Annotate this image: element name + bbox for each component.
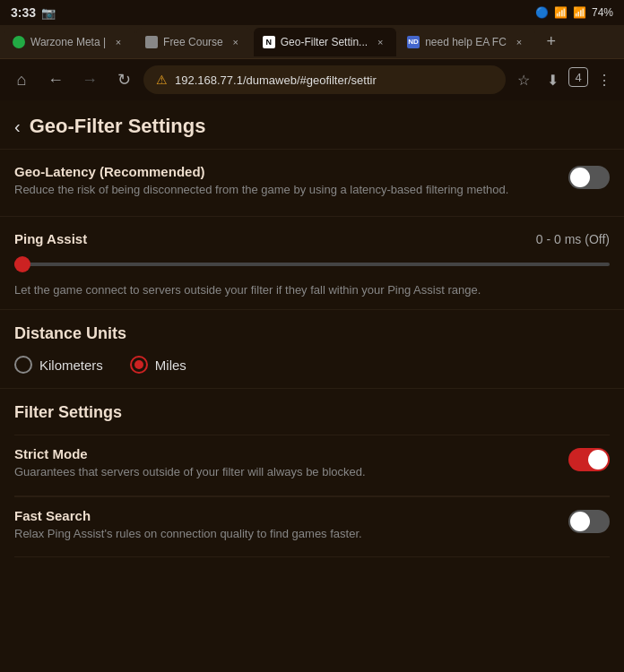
geo-latency-toggle-knob: [570, 168, 590, 187]
filter-settings-section: Filter Settings Strict Mode Guarantees t…: [0, 389, 624, 556]
strict-mode-desc: Guarantees that servers outside of your …: [14, 464, 558, 480]
ping-assist-value: 0 - 0 ms (Off): [536, 232, 610, 246]
strict-mode-info: Strict Mode Guarantees that servers outs…: [14, 446, 558, 480]
freecourse-favicon: [145, 36, 158, 48]
strict-mode-title: Strict Mode: [14, 446, 558, 461]
ping-assist-desc: Let the game connect to servers outside …: [14, 282, 610, 298]
refresh-button[interactable]: ↻: [109, 65, 138, 94]
fast-search-toggle[interactable]: [568, 510, 610, 533]
tab-count-label: 4: [575, 71, 581, 84]
address-bar: ⌂ ← → ↻ ⚠ 192.168.77.1/dumaweb/#geofilte…: [0, 59, 624, 100]
tab-count-button[interactable]: 4: [568, 67, 588, 87]
strict-mode-toggle-knob: [588, 450, 608, 470]
tab-warzone[interactable]: Warzone Meta | ×: [4, 28, 134, 56]
notion-favicon: N: [263, 36, 275, 48]
new-tab-button[interactable]: +: [537, 28, 566, 56]
forward-button[interactable]: →: [75, 65, 104, 94]
address-input[interactable]: ⚠ 192.168.77.1/dumaweb/#geofilter/settir: [143, 65, 506, 94]
more-button[interactable]: ⋮: [592, 67, 617, 92]
wifi-icon: 📶: [554, 6, 568, 19]
battery-percent: 74%: [592, 6, 613, 19]
instagram-icon: 📷: [41, 6, 56, 20]
miles-radio[interactable]: [130, 356, 148, 374]
tab-ea-fc-close[interactable]: ×: [512, 35, 526, 49]
page-title: Geo-Filter Settings: [30, 115, 206, 138]
back-button[interactable]: ←: [41, 65, 70, 94]
geo-latency-section: Geo-Latency (Recommended) Reduce the ris…: [0, 150, 624, 217]
warzone-favicon: [13, 36, 25, 48]
strict-mode-setting: Strict Mode Guarantees that servers outs…: [14, 435, 610, 495]
page-header: ‹ Geo-Filter Settings: [0, 100, 624, 150]
filter-settings-heading: Filter Settings: [14, 403, 610, 422]
status-bar: 3:33 📷 🔵 📶 📶 74%: [0, 0, 624, 25]
fast-search-toggle-knob: [570, 512, 590, 531]
fast-search-title: Fast Search: [14, 508, 558, 523]
back-nav-button[interactable]: ‹: [14, 116, 21, 137]
warning-icon: ⚠: [156, 73, 168, 87]
miles-radio-dot: [134, 360, 143, 369]
nd-favicon: ND: [407, 36, 420, 48]
tab-ea-fc-label: need help EA FC: [425, 36, 507, 48]
tab-bar: Warzone Meta | × Free Course × N Geo-Fil…: [0, 25, 624, 59]
tab-geofilter-label: Geo-Filter Settin...: [281, 36, 368, 48]
geo-latency-toggle[interactable]: [568, 166, 610, 189]
fast-search-desc: Relax Ping Assist's rules on connection …: [14, 526, 558, 542]
fast-search-setting: Fast Search Relax Ping Assist's rules on…: [14, 496, 610, 557]
tab-free-course-close[interactable]: ×: [229, 35, 243, 49]
geo-latency-title: Geo-Latency (Recommended): [14, 164, 558, 179]
tab-warzone-label: Warzone Meta |: [30, 36, 106, 48]
tab-free-course[interactable]: Free Course ×: [136, 28, 252, 56]
geo-latency-desc: Reduce the risk of being disconnected fr…: [14, 182, 558, 198]
distance-units-heading: Distance Units: [14, 324, 610, 343]
tab-geofilter[interactable]: N Geo-Filter Settin... ×: [254, 28, 396, 56]
tab-geofilter-close[interactable]: ×: [373, 35, 387, 49]
ping-assist-slider[interactable]: [14, 255, 610, 273]
kilometers-option[interactable]: Kilometers: [14, 356, 103, 374]
kilometers-label: Kilometers: [39, 358, 103, 373]
tab-warzone-close[interactable]: ×: [111, 35, 126, 49]
strict-mode-toggle[interactable]: [568, 448, 610, 471]
signal-icon: 📶: [573, 6, 586, 19]
page-content: ‹ Geo-Filter Settings Geo-Latency (Recom…: [0, 100, 624, 672]
bluetooth-icon: 🔵: [535, 6, 549, 19]
ping-assist-title: Ping Assist: [14, 231, 87, 246]
url-text: 192.168.77.1/dumaweb/#geofilter/settir: [175, 73, 493, 87]
slider-track: [14, 263, 610, 266]
tab-free-course-label: Free Course: [163, 36, 223, 48]
ping-assist-section: Ping Assist 0 - 0 ms (Off) Let the game …: [0, 217, 624, 310]
kilometers-radio[interactable]: [14, 356, 32, 374]
tab-ea-fc[interactable]: ND need help EA FC ×: [398, 28, 535, 56]
fast-search-info: Fast Search Relax Ping Assist's rules on…: [14, 508, 558, 542]
slider-thumb[interactable]: [14, 256, 30, 272]
home-button[interactable]: ⌂: [7, 65, 36, 94]
distance-units-section: Distance Units Kilometers Miles: [0, 310, 624, 389]
geo-latency-info: Geo-Latency (Recommended) Reduce the ris…: [14, 164, 558, 198]
star-button[interactable]: ☆: [511, 67, 536, 92]
download-button[interactable]: ⬇: [540, 67, 565, 92]
distance-units-radio-group: Kilometers Miles: [14, 356, 610, 374]
time: 3:33: [11, 5, 36, 20]
miles-option[interactable]: Miles: [130, 356, 186, 374]
miles-label: Miles: [155, 358, 186, 373]
